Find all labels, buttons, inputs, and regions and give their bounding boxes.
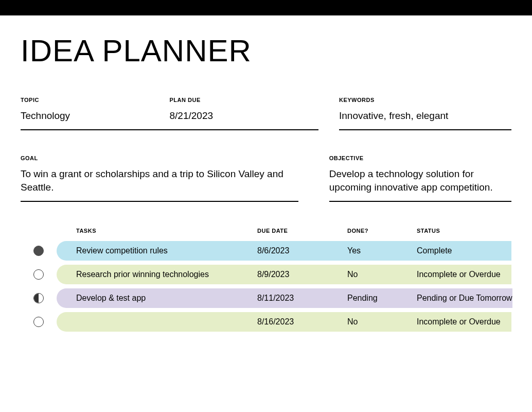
header-status: STATUS	[417, 228, 511, 234]
goal-label: GOAL	[21, 155, 298, 161]
bullet-filled-icon[interactable]	[33, 246, 44, 256]
topic-field: TOPIC Technology	[21, 97, 170, 129]
plan-due-label: PLAN DUE	[170, 97, 319, 103]
task-bullet-cell	[21, 317, 57, 327]
task-bullet-cell	[21, 246, 57, 256]
table-row: Review competition rules8/6/2023YesCompl…	[21, 241, 511, 261]
header-tasks: TASKS	[57, 228, 257, 234]
task-band: Review competition rules8/6/2023YesCompl…	[57, 241, 511, 261]
task-name-cell: Research prior winning technologies	[57, 270, 257, 279]
bullet-empty-icon[interactable]	[33, 269, 44, 280]
document-body: IDEA PLANNER TOPIC Technology PLAN DUE 8…	[0, 33, 532, 332]
plan-due-field: PLAN DUE 8/21/2023	[170, 97, 319, 129]
task-due-cell: 8/6/2023	[257, 246, 347, 255]
goal-field: GOAL To win a grant or scholarships and …	[21, 155, 298, 202]
topic-label: TOPIC	[21, 97, 170, 103]
task-done-cell: No	[347, 270, 417, 279]
task-done-cell: Pending	[347, 294, 417, 303]
task-band: 8/16/2023NoIncomplete or Overdue	[57, 312, 511, 332]
task-bullet-cell	[21, 293, 57, 303]
tasks-section: TASKS DUE DATE DONE? STATUS Review compe…	[21, 228, 511, 332]
task-done-cell: No	[347, 317, 417, 327]
objective-label: OBJECTIVE	[329, 155, 511, 161]
task-due-cell: 8/11/2023	[257, 294, 347, 303]
task-done-cell: Yes	[347, 246, 417, 255]
tasks-header-row: TASKS DUE DATE DONE? STATUS	[21, 228, 511, 234]
task-band: Develop & test app8/11/2023PendingPendin…	[57, 288, 512, 308]
header-done: DONE?	[347, 228, 417, 234]
task-status-cell: Incomplete or Overdue	[417, 317, 511, 327]
task-status-cell: Incomplete or Overdue	[417, 270, 511, 279]
page-title: IDEA PLANNER	[21, 33, 511, 68]
task-status-cell: Pending or Due Tomorrow	[417, 294, 512, 303]
tasks-body: Review competition rules8/6/2023YesCompl…	[21, 241, 511, 332]
topic-value: Technology	[21, 109, 170, 129]
plan-due-value: 8/21/2023	[170, 109, 319, 129]
task-due-cell: 8/16/2023	[257, 317, 347, 327]
bullet-half-icon[interactable]	[33, 293, 44, 303]
field-row-1: TOPIC Technology PLAN DUE 8/21/2023 KEYW…	[21, 97, 511, 130]
task-name-cell: Develop & test app	[57, 294, 257, 303]
task-bullet-cell	[21, 269, 57, 280]
keywords-value: Innovative, fresh, elegant	[339, 109, 511, 129]
task-status-cell: Complete	[417, 246, 511, 255]
top-black-bar	[0, 0, 532, 15]
header-bullet-spacer	[21, 228, 57, 234]
keywords-label: KEYWORDS	[339, 97, 511, 103]
field-row-2: GOAL To win a grant or scholarships and …	[21, 155, 511, 202]
keywords-field: KEYWORDS Innovative, fresh, elegant	[339, 97, 511, 130]
objective-value: Develop a technology solution for upcomi…	[329, 167, 511, 201]
table-row: 8/16/2023NoIncomplete or Overdue	[21, 312, 511, 332]
bullet-empty-icon[interactable]	[33, 317, 44, 327]
task-due-cell: 8/9/2023	[257, 270, 347, 279]
task-band: Research prior winning technologies8/9/2…	[57, 265, 511, 284]
table-row: Develop & test app8/11/2023PendingPendin…	[21, 288, 511, 308]
header-due: DUE DATE	[257, 228, 347, 234]
objective-field: OBJECTIVE Develop a technology solution …	[329, 155, 511, 202]
table-row: Research prior winning technologies8/9/2…	[21, 265, 511, 284]
goal-value: To win a grant or scholarships and a tri…	[21, 167, 298, 201]
topic-plan-group: TOPIC Technology PLAN DUE 8/21/2023	[21, 97, 318, 130]
task-name-cell: Review competition rules	[57, 246, 257, 255]
